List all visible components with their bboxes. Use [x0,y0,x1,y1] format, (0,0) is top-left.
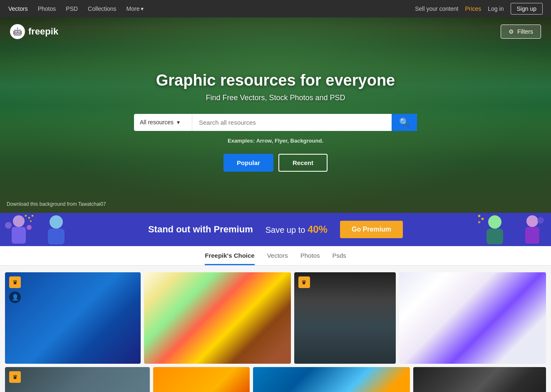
premium-banner: Stand out with Premium Save up to 40% Go… [0,213,551,246]
gallery-item-8[interactable] [413,367,546,392]
hero-content: Graphic resources for everyone Find Free… [134,71,417,172]
recent-button[interactable]: Recent [278,154,328,172]
deco-figure-right2 [514,213,551,246]
user-badge: 👤 [9,291,21,303]
crown-badge: ♛ [9,276,21,288]
deco-figure-left [0,213,37,246]
examples-label: Examples: [228,138,255,144]
crown-badge-2: ♛ [298,276,310,288]
tab-freepiks-choice[interactable]: Freepik's Choice [205,252,254,265]
gallery-item-3[interactable]: ♛ [294,272,396,364]
gallery-item-6[interactable] [153,367,250,392]
svg-rect-12 [478,215,480,217]
tabs-bar: Freepik's Choice Vectors Photos Psds [0,246,551,266]
tab-psds[interactable]: Psds [332,252,346,265]
top-nav-right: Sell your content Prices Log in Sign up [415,3,543,15]
hero-buttons: Popular Recent [134,154,417,172]
nav-collections[interactable]: Collections [88,5,116,12]
svg-rect-7 [30,220,32,222]
gallery-row-1: ♛ 👤 ♛ [5,272,546,364]
svg-rect-1 [12,227,26,244]
search-bar: All resources ▾ 🔍 [134,114,417,131]
gallery-item-2[interactable] [144,272,291,364]
nav-more[interactable]: More ▾ [127,5,144,12]
filters-button[interactable]: ⚙ Filters [501,25,541,39]
logo-icon: 🤖 [10,24,25,39]
tab-vectors[interactable]: Vectors [267,252,288,265]
nav-photos[interactable]: Photos [38,5,56,12]
gallery-item-5[interactable]: ♛ [5,367,150,392]
premium-deco-right [476,213,551,246]
nav-login[interactable]: Log in [488,5,504,12]
filters-icon: ⚙ [509,28,514,35]
chevron-down-icon: ▾ [141,5,144,12]
premium-percent: 40% [308,224,328,235]
gallery: ♛ 👤 ♛ ♛ [0,266,551,392]
svg-point-3 [27,225,32,230]
svg-point-15 [526,215,538,227]
search-examples: Examples: Arrow, Flyer, Background. [134,138,417,144]
svg-rect-5 [28,217,30,219]
premium-deco-left [0,213,75,246]
svg-point-2 [5,222,12,229]
gallery-item-7[interactable] [253,367,410,392]
search-category-selector[interactable]: All resources ▾ [134,114,192,131]
hero-subtitle: Find Free Vectors, Stock Photos and PSD [134,94,417,102]
deco-figure-left2 [37,213,75,246]
popular-button[interactable]: Popular [223,154,273,172]
filters-label: Filters [517,28,533,35]
nav-vectors[interactable]: Vectors [8,5,28,12]
signup-button[interactable]: Sign up [511,3,543,15]
svg-point-17 [537,217,544,224]
logo[interactable]: 🤖 freepik [10,24,58,39]
svg-point-10 [488,215,501,229]
gallery-item-1[interactable]: ♛ 👤 [5,272,141,364]
nav-sell[interactable]: Sell your content [415,5,458,12]
top-nav-left: Vectors Photos PSD Collections More ▾ [8,5,144,12]
hero-credit: Download this background from Tawatchai0… [7,201,106,207]
premium-headline: Stand out with Premium [148,224,253,235]
svg-point-8 [50,215,63,229]
tab-photos[interactable]: Photos [300,252,320,265]
examples-values: Arrow, Flyer, Background. [256,138,323,144]
hero-section: 🤖 freepik ⚙ Filters Graphic resources fo… [0,17,551,213]
svg-rect-9 [48,229,65,244]
search-button[interactable]: 🔍 [392,114,417,131]
search-category-label: All resources [140,119,174,126]
nav-psd[interactable]: PSD [66,5,78,12]
chevron-down-icon: ▾ [177,119,180,126]
top-nav: Vectors Photos PSD Collections More ▾ Se… [0,0,551,17]
search-input[interactable] [192,114,392,131]
svg-point-0 [13,215,25,227]
svg-rect-14 [478,221,480,223]
search-icon: 🔍 [399,117,410,127]
gallery-item-4[interactable] [399,272,546,364]
go-premium-button[interactable]: Go Premium [340,221,403,238]
nav-prices[interactable]: Prices [465,5,481,12]
logo-bar: 🤖 freepik ⚙ Filters [0,17,551,46]
svg-rect-6 [32,215,33,217]
svg-rect-16 [525,227,539,244]
gallery-row-2: ♛ [5,367,546,392]
svg-rect-4 [25,215,27,217]
logo-text: freepik [28,26,58,37]
deco-figure-right1 [476,213,514,246]
svg-rect-11 [486,229,503,244]
premium-save-text: Save up to 40% [266,224,328,235]
svg-rect-13 [482,218,484,220]
hero-title: Graphic resources for everyone [134,71,417,89]
crown-badge-3: ♛ [9,371,21,383]
